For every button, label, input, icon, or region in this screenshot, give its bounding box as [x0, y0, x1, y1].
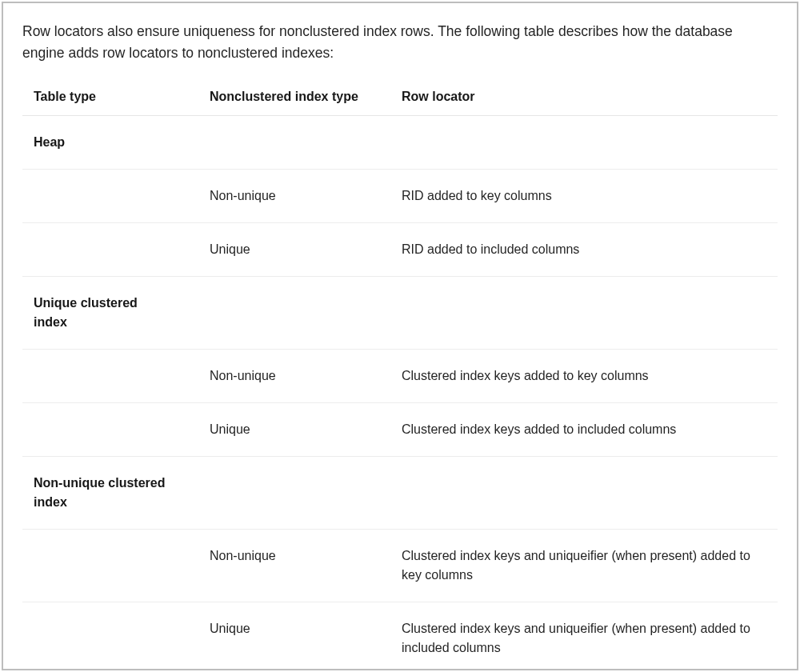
- cell-row-locator: [390, 116, 778, 170]
- cell-row-locator: Clustered index keys added to key column…: [390, 350, 778, 403]
- table-header-row: Table type Nonclustered index type Row l…: [22, 78, 778, 116]
- cell-nonclustered-type: Unique: [198, 602, 390, 670]
- cell-table-type: [22, 223, 198, 277]
- document-container: Row locators also ensure uniqueness for …: [2, 2, 798, 670]
- intro-paragraph: Row locators also ensure uniqueness for …: [22, 21, 778, 64]
- cell-table-type: [22, 350, 198, 403]
- table-row: Non-uniqueClustered index keys added to …: [22, 350, 778, 403]
- cell-table-type: [22, 530, 198, 602]
- table-row: Non-unique clustered index: [22, 457, 778, 530]
- cell-row-locator: [390, 457, 778, 530]
- cell-row-locator: Clustered index keys and uniqueifier (wh…: [390, 602, 778, 670]
- table-row: Heap: [22, 116, 778, 170]
- cell-table-type: [22, 170, 198, 223]
- cell-table-type: Heap: [22, 116, 198, 170]
- cell-row-locator: RID added to key columns: [390, 170, 778, 223]
- cell-nonclustered-type: Unique: [198, 403, 390, 457]
- cell-table-type: [22, 602, 198, 670]
- header-table-type: Table type: [22, 78, 198, 116]
- cell-nonclustered-type: Unique: [198, 223, 390, 277]
- cell-row-locator: [390, 277, 778, 350]
- table-row: Unique clustered index: [22, 277, 778, 350]
- cell-row-locator: Clustered index keys and uniqueifier (wh…: [390, 530, 778, 602]
- cell-row-locator: RID added to included columns: [390, 223, 778, 277]
- table-row: Non-uniqueClustered index keys and uniqu…: [22, 530, 778, 602]
- table-row: UniqueRID added to included columns: [22, 223, 778, 277]
- cell-nonclustered-type: Non-unique: [198, 530, 390, 602]
- header-row-locator: Row locator: [390, 78, 778, 116]
- cell-table-type: Non-unique clustered index: [22, 457, 198, 530]
- cell-row-locator: Clustered index keys added to included c…: [390, 403, 778, 457]
- cell-table-type: [22, 403, 198, 457]
- row-locator-table: Table type Nonclustered index type Row l…: [22, 78, 778, 670]
- table-row: UniqueClustered index keys and uniqueifi…: [22, 602, 778, 670]
- cell-nonclustered-type: [198, 457, 390, 530]
- table-body: HeapNon-uniqueRID added to key columnsUn…: [22, 116, 778, 670]
- cell-table-type: Unique clustered index: [22, 277, 198, 350]
- cell-nonclustered-type: Non-unique: [198, 170, 390, 223]
- cell-nonclustered-type: [198, 277, 390, 350]
- header-nonclustered-type: Nonclustered index type: [198, 78, 390, 116]
- table-row: UniqueClustered index keys added to incl…: [22, 403, 778, 457]
- table-row: Non-uniqueRID added to key columns: [22, 170, 778, 223]
- cell-nonclustered-type: [198, 116, 390, 170]
- cell-nonclustered-type: Non-unique: [198, 350, 390, 403]
